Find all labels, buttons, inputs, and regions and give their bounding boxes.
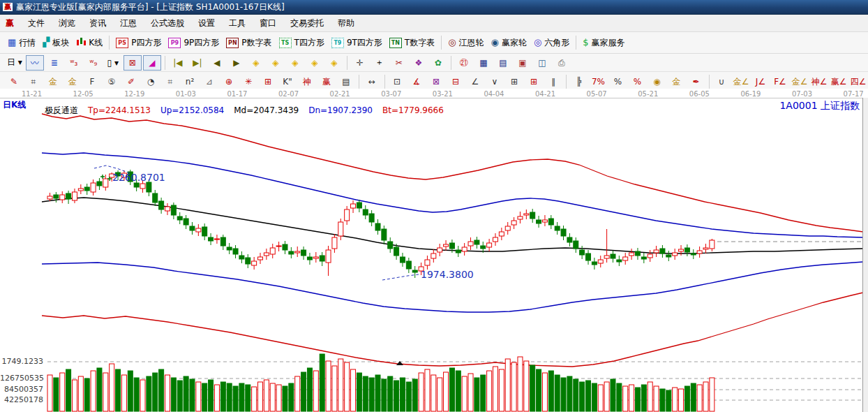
brush-red-icon[interactable]: ✎ bbox=[5, 74, 23, 89]
calculator-icon[interactable]: ▦ bbox=[474, 55, 493, 71]
frame-tool-icon[interactable]: ⊡ bbox=[388, 74, 406, 89]
calendar-21-icon[interactable]: ㉑ bbox=[455, 55, 473, 71]
nav-last-icon[interactable]: ▶| bbox=[188, 55, 207, 71]
menu-item-交易委托[interactable]: 交易委托 bbox=[283, 15, 331, 31]
measure-icon[interactable]: ✂ bbox=[390, 55, 408, 71]
ying-angle-icon[interactable]: 赢∠ bbox=[830, 74, 848, 89]
toolbar-item-kline[interactable]: K线 bbox=[76, 37, 103, 49]
gold-angle-2-icon[interactable]: 金∠ bbox=[791, 74, 809, 89]
save-disk-icon[interactable]: ▣ bbox=[514, 55, 532, 71]
gold-grid-2-icon[interactable]: 金 bbox=[63, 74, 82, 89]
toolbar-item-t-table[interactable]: TNT数字表 bbox=[389, 37, 435, 49]
gold-angle-1-icon[interactable]: 金∠ bbox=[732, 74, 750, 89]
wave-3-icon[interactable]: ʷ₃ bbox=[65, 55, 83, 71]
gann-grid-red-icon[interactable]: ⊟ bbox=[447, 74, 465, 89]
pen-gold-icon[interactable]: ✒ bbox=[687, 74, 705, 89]
menu-item-帮助[interactable]: 帮助 bbox=[331, 15, 361, 31]
gann-box-purple-icon[interactable]: ⊠ bbox=[427, 74, 445, 89]
grid-black-icon[interactable]: ⊞ bbox=[505, 74, 523, 89]
diamond-left-icon[interactable]: ◈ bbox=[247, 55, 265, 71]
period-selector-icon[interactable]: 日 ▾ bbox=[5, 55, 24, 71]
k-quote-icon[interactable]: K" bbox=[278, 74, 297, 89]
grid-arrow-icon[interactable]: ⊞ bbox=[525, 74, 543, 89]
toolbar-item-sectors[interactable]: ▞板块 bbox=[43, 37, 69, 49]
kline-chart-canvas[interactable] bbox=[0, 89, 868, 412]
toolbar-item-hexagon[interactable]: ◎六角形 bbox=[534, 37, 569, 49]
boxed-grid-red-icon[interactable]: ⊞ bbox=[259, 74, 277, 89]
star-red-icon[interactable]: ✳ bbox=[239, 74, 257, 89]
gann-tool-purple-icon[interactable]: ❖ bbox=[410, 55, 428, 71]
shen-grid-icon[interactable]: 神 bbox=[298, 74, 316, 89]
percent-icon[interactable]: % bbox=[609, 74, 627, 89]
angle-lines-icon[interactable]: ∠ bbox=[466, 74, 484, 89]
gold-grid-1-icon[interactable]: 金 bbox=[44, 74, 62, 89]
diamond-expand-icon[interactable]: ◈ bbox=[286, 55, 304, 71]
wave-9-icon[interactable]: ʷ₉ bbox=[84, 55, 103, 71]
gann-tool-green-icon[interactable]: ✿ bbox=[429, 55, 447, 71]
menu-item-工具[interactable]: 工具 bbox=[222, 15, 253, 31]
ts-box-icon: TS bbox=[279, 37, 292, 48]
tick-line-icon[interactable]: ⌗ bbox=[161, 74, 179, 89]
five-grid-icon[interactable]: ⑤ bbox=[103, 74, 121, 89]
menu-item-江恩[interactable]: 江恩 bbox=[113, 15, 144, 31]
toolbar-item-p-table[interactable]: PNP数字表 bbox=[226, 37, 271, 49]
shen-angle-icon[interactable]: 神∠ bbox=[810, 74, 828, 89]
menu-item-设置[interactable]: 设置 bbox=[191, 15, 222, 31]
pattern-red-icon[interactable]: ⊠ bbox=[124, 55, 142, 71]
toolbar-item-t-square[interactable]: TST四方形 bbox=[279, 37, 324, 49]
toolbar-item-quotes[interactable]: ▦行情 bbox=[8, 37, 36, 49]
f-grid-icon[interactable]: F bbox=[83, 74, 101, 89]
n2-grid-icon[interactable]: n² bbox=[181, 74, 199, 89]
parallel-lines-icon[interactable]: ∥ bbox=[544, 74, 562, 89]
menu-item-浏览[interactable]: 浏览 bbox=[52, 15, 82, 31]
diamond-cross-icon[interactable]: ◈ bbox=[325, 55, 343, 71]
toolbar-item-gann-wheel[interactable]: ◎江恩轮 bbox=[448, 37, 484, 49]
print-icon[interactable]: ⎙ bbox=[553, 55, 571, 71]
menu-item-文件[interactable]: 文件 bbox=[21, 15, 52, 31]
info-list-icon[interactable]: ≣ bbox=[45, 55, 63, 71]
gold-circle-icon[interactable]: ◉ bbox=[648, 74, 666, 89]
crosshair-icon[interactable]: ＋ bbox=[371, 55, 389, 71]
toolbar-item-winner-service[interactable]: $赢家服务 bbox=[583, 37, 624, 49]
f-angle-icon[interactable]: F∠ bbox=[771, 74, 789, 89]
tick-grid-icon[interactable]: ⌗ bbox=[24, 74, 43, 89]
notepad-icon[interactable]: ▤ bbox=[494, 55, 512, 71]
menu-item-窗口[interactable]: 窗口 bbox=[253, 15, 283, 31]
four-angle-icon[interactable]: 四∠ bbox=[849, 74, 867, 89]
toolbar-item-9t-square[interactable]: T99T四方形 bbox=[331, 37, 382, 49]
percent-bar-icon[interactable]: % bbox=[629, 74, 647, 89]
nav-next-icon[interactable]: ▶ bbox=[227, 55, 246, 71]
volume-axis-label: 126750535 bbox=[0, 374, 43, 383]
volume-profile-icon[interactable]: ◢ bbox=[143, 55, 161, 71]
nav-prev-icon[interactable]: ◀ bbox=[208, 55, 226, 71]
percent-line-icon[interactable]: 7% bbox=[590, 74, 608, 89]
circle-cross-red-icon[interactable]: ⊕ bbox=[220, 74, 238, 89]
candle-style-icon[interactable]: ▯ ▾ bbox=[104, 55, 122, 71]
gold-line-icon[interactable]: 金 bbox=[668, 74, 686, 89]
toolbar-item-9p-square[interactable]: P99P四方形 bbox=[168, 37, 219, 49]
menu-item-公式选股[interactable]: 公式选股 bbox=[144, 15, 191, 31]
ying-grid-icon[interactable]: 赢 bbox=[317, 74, 336, 89]
nav-first-icon[interactable]: |◀ bbox=[169, 55, 187, 71]
diamond-compress-icon[interactable]: ◈ bbox=[306, 55, 324, 71]
chart-area[interactable]: 日K线 极反通道Tp=2244.1513Up=2152.0584Md=2047.… bbox=[0, 89, 868, 412]
clock-grid-icon[interactable]: ◔ bbox=[142, 74, 160, 89]
zoom-pattern-icon[interactable]: 〰 bbox=[26, 55, 44, 71]
menu-item-资讯[interactable]: 资讯 bbox=[82, 15, 113, 31]
gann-fan-red-icon[interactable]: ∡ bbox=[407, 74, 426, 89]
j-angle-icon[interactable]: J∠ bbox=[751, 74, 770, 89]
brush-grid-icon[interactable]: ✐ bbox=[122, 74, 140, 89]
ruler-grid-icon[interactable]: ▤ bbox=[337, 74, 355, 89]
angle-mirror-icon[interactable]: ⊿ bbox=[200, 74, 218, 89]
pan-hand-icon[interactable]: ✛ bbox=[351, 55, 369, 71]
right-scroll-strip[interactable] bbox=[862, 98, 868, 412]
price-histogram-icon[interactable]: ╠ bbox=[570, 74, 588, 89]
width-resize-icon[interactable]: ↔ bbox=[363, 74, 381, 89]
toolbar-item-p-square[interactable]: PSP四方形 bbox=[116, 37, 161, 49]
cup-tool-icon[interactable]: ∪ bbox=[712, 74, 731, 89]
toolbar-item-winner-wheel[interactable]: ◉赢家轮 bbox=[491, 37, 527, 49]
network-icon[interactable]: ◫ bbox=[533, 55, 551, 71]
volume-axis-label: 1749.1233 bbox=[0, 357, 43, 366]
zigzag-icon[interactable]: ∨ bbox=[486, 74, 504, 89]
diamond-right-icon[interactable]: ◈ bbox=[267, 55, 285, 71]
